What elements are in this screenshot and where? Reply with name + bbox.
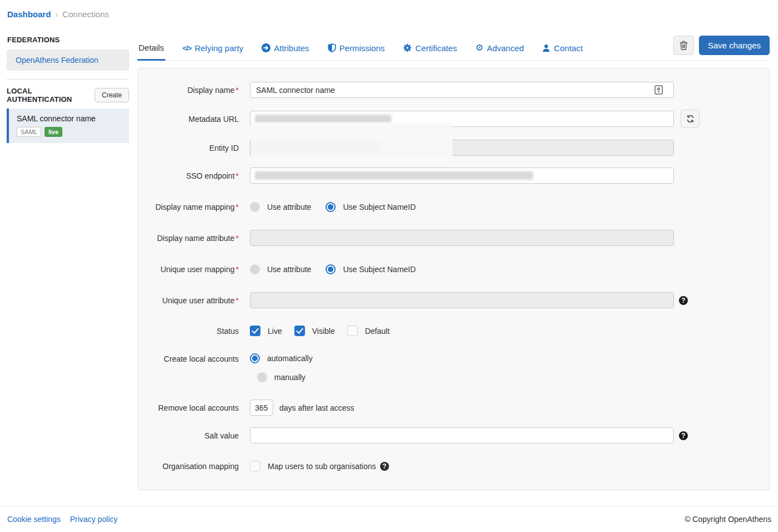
arrow-right-circle-icon	[262, 43, 270, 52]
tab-attributes[interactable]: Attributes	[260, 36, 310, 61]
connector-name: SAML connector name	[17, 114, 122, 123]
redacted-value	[255, 171, 533, 180]
certificate-icon	[403, 43, 412, 52]
delete-connection-button[interactable]	[673, 36, 694, 55]
display-name-attribute-label: Display name attribute	[157, 234, 234, 243]
autofill-extension-icon[interactable]	[654, 85, 663, 95]
salt-value-input[interactable]	[250, 427, 674, 444]
required-marker: *	[236, 171, 239, 180]
use-subject-nameid-option-label: Use Subject NameID	[343, 265, 416, 274]
display-name-mapping-label: Display name mapping	[155, 203, 234, 211]
unique-user-mapping-use-attribute-radio[interactable]	[250, 264, 260, 274]
salt-value-label: Salt value	[205, 431, 239, 440]
sidebar-divider	[7, 79, 129, 80]
copyright-text: © Copyright OpenAthens	[685, 515, 771, 524]
use-attribute-option-label: Use attribute	[267, 265, 311, 274]
federations-header: FEDERATIONS	[7, 36, 129, 44]
trash-icon	[679, 41, 688, 50]
help-icon[interactable]: ?	[679, 296, 688, 305]
help-icon[interactable]: ?	[679, 431, 688, 440]
tab-permissions-label: Permissions	[339, 43, 385, 53]
help-icon[interactable]: ?	[380, 462, 389, 471]
create-accounts-manually-radio[interactable]	[257, 372, 267, 382]
salt-value-row: Salt value ?	[138, 427, 769, 444]
tab-details[interactable]: Details	[137, 36, 165, 61]
status-default-label: Default	[365, 327, 390, 336]
tab-certificates[interactable]: Certificates	[402, 36, 458, 61]
status-default-checkbox[interactable]	[347, 326, 358, 336]
unique-user-attribute-row: Unique user attribute* ?	[138, 292, 769, 308]
tab-bar: Details </> Relying party Attributes Per…	[137, 36, 770, 61]
refresh-icon	[686, 115, 695, 123]
redaction-overlay	[251, 122, 452, 165]
entity-id-row: Entity ID	[138, 140, 769, 156]
required-marker: *	[236, 86, 239, 95]
breadcrumb-current: Connections	[62, 9, 109, 19]
display-name-mapping-row: Display name mapping* Use attribute Use …	[138, 199, 769, 215]
display-name-mapping-use-subject-nameid-radio[interactable]	[326, 202, 336, 212]
create-local-accounts-row: Create local accounts automatically manu…	[138, 353, 769, 382]
status-visible-checkbox[interactable]	[294, 326, 305, 336]
tab-contact[interactable]: Contact	[541, 36, 584, 61]
remove-local-accounts-days-input[interactable]	[250, 400, 273, 416]
required-marker: *	[236, 265, 239, 274]
use-subject-nameid-option-label: Use Subject NameID	[343, 203, 416, 211]
remove-local-accounts-label: Remove local accounts	[158, 403, 239, 412]
details-form-card: Display name* Metadata URL	[137, 68, 770, 490]
code-icon: </>	[183, 44, 191, 52]
use-attribute-option-label: Use attribute	[267, 203, 311, 211]
display-name-attribute-row: Display name attribute*	[138, 230, 769, 246]
refresh-metadata-button[interactable]	[681, 110, 700, 128]
display-name-input[interactable]	[250, 82, 674, 98]
unique-user-mapping-label: Unique user mapping	[160, 265, 234, 274]
remove-local-accounts-suffix: days after last access	[279, 403, 354, 412]
remove-local-accounts-row: Remove local accounts days after last ac…	[138, 400, 769, 416]
sidebar-item-openathens-federation[interactable]: OpenAthens Federation	[7, 50, 129, 71]
sso-endpoint-label: SSO endpoint	[186, 171, 234, 180]
breadcrumb-dashboard-link[interactable]: Dashboard	[7, 9, 51, 19]
display-name-label: Display name	[188, 86, 235, 95]
tab-certificates-label: Certificates	[415, 43, 457, 53]
automatically-option-label: automatically	[267, 354, 313, 363]
unique-user-mapping-row: Unique user mapping* Use attribute Use S…	[138, 261, 769, 277]
display-name-attribute-input	[250, 230, 674, 246]
tab-contact-label: Contact	[554, 43, 583, 53]
local-authentication-header: LOCAL AUTHENTICATION	[7, 87, 95, 104]
status-live-checkbox[interactable]	[250, 326, 260, 336]
tab-details-label: Details	[139, 43, 164, 52]
gear-icon: ⚙	[475, 43, 483, 52]
organisation-mapping-label: Organisation mapping	[163, 462, 239, 471]
tab-attributes-label: Attributes	[274, 43, 309, 53]
manually-option-label: manually	[274, 373, 306, 382]
privacy-policy-link[interactable]: Privacy policy	[70, 515, 118, 524]
status-row: Status Live Visible Default	[138, 323, 769, 339]
tab-permissions[interactable]: Permissions	[327, 36, 386, 61]
status-visible-label: Visible	[312, 327, 335, 336]
sidebar-item-saml-connector[interactable]: SAML connector name SAML live	[7, 109, 129, 143]
tab-relying-party-label: Relying party	[195, 43, 244, 53]
status-live-label: Live	[268, 327, 282, 336]
organisation-mapping-row: Organisation mapping Map users to sub or…	[138, 458, 769, 474]
map-users-sub-organisations-checkbox[interactable]	[250, 461, 260, 471]
shield-icon	[328, 43, 336, 52]
create-connection-button[interactable]: Create	[95, 88, 129, 102]
display-name-mapping-use-attribute-radio[interactable]	[250, 202, 260, 212]
saml-type-badge: SAML	[17, 127, 41, 137]
tab-advanced[interactable]: ⚙ Advanced	[474, 36, 525, 61]
breadcrumb: Dashboard › Connections	[0, 0, 778, 19]
unique-user-mapping-use-subject-nameid-radio[interactable]	[326, 264, 336, 274]
save-changes-button[interactable]: Save changes	[699, 36, 770, 55]
status-label: Status	[216, 327, 239, 336]
sidebar: FEDERATIONS OpenAthens Federation LOCAL …	[7, 36, 129, 490]
tab-relying-party[interactable]: </> Relying party	[181, 36, 244, 61]
required-marker: *	[236, 234, 239, 243]
main-content: Details </> Relying party Attributes Per…	[137, 36, 770, 490]
unique-user-attribute-label: Unique user attribute	[163, 296, 235, 305]
metadata-url-label: Metadata URL	[189, 115, 239, 124]
create-accounts-automatically-radio[interactable]	[250, 353, 260, 363]
unique-user-attribute-input	[250, 292, 674, 308]
create-local-accounts-label: Create local accounts	[164, 354, 239, 363]
display-name-row: Display name*	[138, 82, 769, 98]
cookie-settings-link[interactable]: Cookie settings	[7, 515, 61, 524]
entity-id-label: Entity ID	[209, 144, 239, 152]
